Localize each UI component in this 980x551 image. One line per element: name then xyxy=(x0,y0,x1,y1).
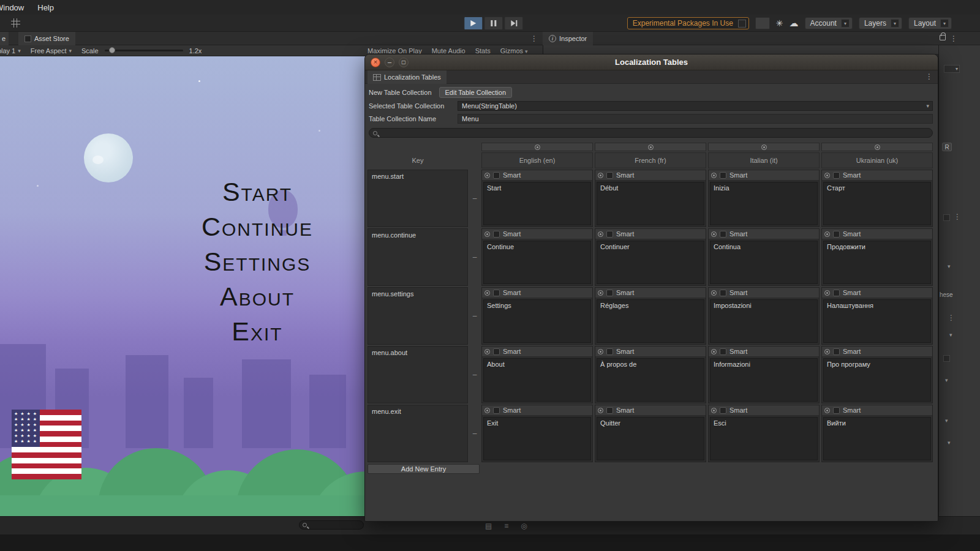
smart-checkbox[interactable] xyxy=(606,348,613,355)
menu-window[interactable]: Window xyxy=(0,3,24,12)
smart-checkbox[interactable] xyxy=(493,348,500,355)
translation-text[interactable]: Impostazioni xyxy=(710,299,818,343)
smart-checkbox[interactable] xyxy=(720,348,726,355)
key-cell[interactable]: menu.settings xyxy=(368,287,468,345)
target-icon[interactable]: ◎ xyxy=(521,522,527,530)
mini-box[interactable] xyxy=(943,355,950,362)
smart-checkbox[interactable] xyxy=(833,172,840,179)
chevron-down-icon[interactable]: ▾ xyxy=(949,332,952,338)
r-chip-button[interactable]: R xyxy=(942,143,952,151)
table-search-field[interactable] xyxy=(369,128,933,138)
tab-asset-store[interactable]: Asset Store xyxy=(18,32,75,45)
layout-dropdown[interactable]: Layout ▾ xyxy=(908,17,952,29)
key-cell[interactable]: menu.about xyxy=(368,346,468,403)
new-table-collection-button[interactable]: New Table Collection xyxy=(369,89,432,96)
smart-checkbox[interactable] xyxy=(493,231,500,238)
slider-thumb[interactable] xyxy=(109,47,115,53)
smart-checkbox[interactable] xyxy=(493,407,500,414)
kebab-icon[interactable]: ⋮ xyxy=(954,212,961,221)
mini-dropdown[interactable]: ▾ xyxy=(944,65,960,73)
tab-localization-tables[interactable]: Localization Tables xyxy=(368,70,447,84)
collection-name-field[interactable] xyxy=(458,114,933,124)
scale-slider[interactable] xyxy=(105,50,183,51)
translation-text[interactable]: About xyxy=(483,358,591,402)
translation-text[interactable]: Quitter xyxy=(597,417,704,460)
key-cell[interactable]: menu.start xyxy=(368,170,468,227)
panel-menu-icon[interactable]: ⋮ xyxy=(530,34,538,43)
translation-text[interactable]: Continue xyxy=(483,241,591,284)
row-drag-handle[interactable]: – xyxy=(470,228,480,286)
selected-collection-dropdown[interactable]: Menu(StringTable) ▾ xyxy=(458,101,933,111)
translation-text[interactable]: Продовжити xyxy=(823,241,931,284)
step-button[interactable] xyxy=(504,17,523,30)
chevron-down-icon[interactable]: ▾ xyxy=(948,440,951,446)
translation-text[interactable]: Налаштування xyxy=(823,299,931,343)
grid-tool-icon[interactable] xyxy=(11,18,20,28)
smart-checkbox[interactable] xyxy=(720,231,726,238)
smart-checkbox[interactable] xyxy=(833,290,840,296)
display-dropdown[interactable]: Display 1 ▾ xyxy=(0,45,26,56)
chevron-down-icon[interactable]: ▾ xyxy=(948,263,951,269)
translation-text[interactable]: Exit xyxy=(483,417,591,460)
key-cell[interactable]: menu.continue xyxy=(368,228,468,286)
key-cell[interactable]: menu.exit xyxy=(368,405,468,462)
edit-table-collection-button[interactable]: Edit Table Collection xyxy=(439,87,512,98)
cloud-icon[interactable]: ☁ xyxy=(790,18,799,29)
translation-text[interactable]: À propos de xyxy=(597,358,704,402)
table-row: menu.start–SmartStartSmartDébutSmartIniz… xyxy=(368,170,933,227)
badge-toggle[interactable] xyxy=(738,20,746,28)
smart-checkbox[interactable] xyxy=(493,172,500,179)
translation-text[interactable]: Старт xyxy=(823,182,931,225)
smart-checkbox[interactable] xyxy=(720,172,726,179)
row-drag-handle[interactable]: – xyxy=(470,170,480,227)
translation-text[interactable]: Start xyxy=(483,182,591,225)
translation-text[interactable]: Informazioni xyxy=(710,358,818,402)
game-menu-item: Settings xyxy=(156,244,358,279)
row-drag-handle[interactable]: – xyxy=(470,287,480,345)
grid-icon[interactable]: ▤ xyxy=(485,522,492,530)
translation-text[interactable]: Esci xyxy=(710,417,818,460)
aspect-dropdown[interactable]: Free Aspect ▾ xyxy=(26,45,77,56)
account-dropdown[interactable]: Account ▾ xyxy=(805,17,853,29)
list-icon[interactable]: ≡ xyxy=(504,522,508,530)
translation-text[interactable]: Settings xyxy=(483,299,591,343)
translation-text[interactable]: Continuer xyxy=(597,241,704,284)
smart-checkbox[interactable] xyxy=(606,290,613,296)
collab-icon[interactable]: ✳ xyxy=(776,18,783,28)
smart-checkbox[interactable] xyxy=(606,172,613,179)
lock-icon[interactable] xyxy=(940,35,946,40)
experimental-packages-badge[interactable]: Experimental Packages In Use xyxy=(627,17,749,29)
smart-checkbox[interactable] xyxy=(720,407,726,414)
translation-text[interactable]: Про програму xyxy=(823,358,931,402)
chevron-down-icon[interactable]: ▾ xyxy=(945,377,948,383)
window-titlebar[interactable]: Localization Tables xyxy=(365,54,938,70)
mini-box[interactable] xyxy=(943,214,950,221)
layers-dropdown[interactable]: Layers ▾ xyxy=(859,17,902,29)
play-button[interactable] xyxy=(464,17,483,30)
translation-text[interactable]: Réglages xyxy=(597,299,704,343)
menu-help[interactable]: Help xyxy=(37,3,54,12)
smart-checkbox[interactable] xyxy=(606,231,613,238)
smart-checkbox[interactable] xyxy=(606,407,613,414)
chevron-down-icon[interactable]: ▾ xyxy=(945,418,948,424)
translation-text[interactable]: Continua xyxy=(710,241,818,284)
kebab-icon[interactable]: ⋮ xyxy=(948,313,955,322)
translation-text[interactable]: Inizia xyxy=(710,182,818,225)
smart-checkbox[interactable] xyxy=(493,290,500,296)
tab-inspector[interactable]: Inspector xyxy=(543,32,593,45)
add-new-entry-button[interactable]: Add New Entry xyxy=(368,464,480,474)
row-drag-handle[interactable]: – xyxy=(470,346,480,403)
inspector-menu-icon[interactable]: ⋮ xyxy=(950,34,957,43)
translation-text[interactable]: Début xyxy=(597,182,704,225)
row-drag-handle[interactable]: – xyxy=(470,405,480,462)
window-menu-icon[interactable]: ⋮ xyxy=(925,72,933,81)
smart-checkbox[interactable] xyxy=(833,407,840,414)
smart-checkbox[interactable] xyxy=(833,348,840,355)
tab-fragment[interactable]: e xyxy=(0,32,9,45)
smart-checkbox[interactable] xyxy=(720,290,726,296)
blank-button[interactable] xyxy=(755,17,770,29)
smart-checkbox[interactable] xyxy=(833,231,840,238)
bottom-search-field[interactable] xyxy=(299,520,364,530)
pause-button[interactable] xyxy=(484,17,503,30)
translation-text[interactable]: Вийти xyxy=(823,417,931,460)
